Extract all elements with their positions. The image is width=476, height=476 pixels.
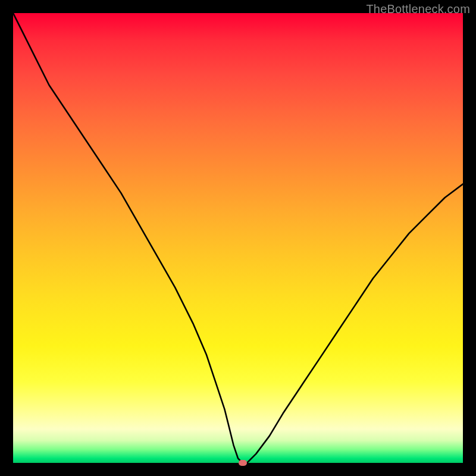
- plot-area: [13, 13, 463, 463]
- watermark-text: TheBottleneck.com: [366, 2, 470, 16]
- chart-frame: TheBottleneck.com: [0, 0, 476, 476]
- minimum-marker: [239, 460, 247, 466]
- bottleneck-curve: [13, 13, 463, 463]
